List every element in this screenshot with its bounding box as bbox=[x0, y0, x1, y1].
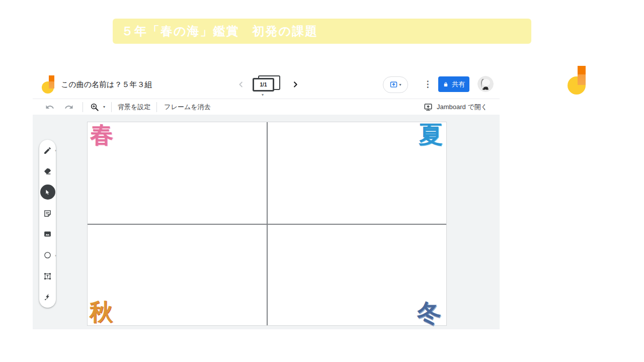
open-in-jamboard-button[interactable]: Jamboard で開く bbox=[424, 103, 488, 112]
whiteboard-frame[interactable]: 春 夏 秋 冬 bbox=[87, 122, 447, 326]
toolbar-divider bbox=[111, 102, 112, 112]
logo-bar bbox=[49, 75, 54, 88]
image-icon bbox=[43, 230, 52, 238]
tool-laser[interactable] bbox=[40, 290, 55, 305]
shape-submenu-caret-icon: › bbox=[55, 253, 56, 257]
tool-shape-circle[interactable]: › bbox=[40, 248, 55, 263]
jamboard-toolbar: ▾ 背景を設定 フレームを消去 Jamboard で開く bbox=[33, 99, 500, 115]
undo-button[interactable] bbox=[45, 103, 54, 112]
tool-text-box[interactable] bbox=[40, 268, 55, 284]
jamboard-canvas: › › bbox=[33, 115, 500, 329]
jamboard-app: この曲の名前は？５年３組 1/1 ▾ ▾ ⋮ 共有 bbox=[33, 70, 500, 329]
quadrant-label-autumn[interactable]: 秋 bbox=[90, 300, 113, 323]
slide-title-banner: ５年「春の海」鑑賞 初発の課題 bbox=[113, 19, 531, 44]
toolbar-divider bbox=[83, 102, 83, 112]
zoom-caret-icon: ▾ bbox=[103, 105, 105, 109]
next-frame-button[interactable] bbox=[290, 79, 301, 90]
frame-counter[interactable]: 1/1 ▾ bbox=[253, 75, 281, 96]
circle-shape-icon bbox=[43, 251, 52, 259]
select-cursor-icon bbox=[44, 189, 51, 196]
present-caret-icon: ▾ bbox=[399, 82, 401, 87]
tool-image[interactable] bbox=[40, 227, 55, 242]
undo-icon bbox=[45, 103, 54, 112]
open-in-jamboard-label: Jamboard で開く bbox=[437, 103, 488, 112]
slide-title: ５年「春の海」鑑賞 初発の課題 bbox=[121, 23, 318, 39]
toolbar-divider bbox=[156, 102, 157, 112]
tool-sticky-note[interactable] bbox=[40, 206, 55, 221]
frame-indicator: 1/1 bbox=[253, 78, 274, 92]
user-avatar[interactable] bbox=[477, 76, 494, 92]
document-title[interactable]: この曲の名前は？５年３組 bbox=[61, 80, 152, 89]
laser-pointer-icon bbox=[43, 293, 52, 301]
share-button-label: 共有 bbox=[452, 80, 465, 89]
sticky-note-icon bbox=[43, 209, 52, 218]
prev-frame-button[interactable] bbox=[235, 79, 247, 90]
zoom-in-magnifier-icon bbox=[90, 103, 99, 112]
grid-horizontal-line bbox=[88, 224, 446, 225]
present-button[interactable]: ▾ bbox=[383, 76, 408, 93]
present-box-arrow-icon bbox=[389, 80, 398, 89]
tool-pen[interactable]: › bbox=[40, 143, 55, 158]
jamboard-header: この曲の名前は？５年３組 1/1 ▾ ▾ ⋮ 共有 bbox=[33, 70, 500, 99]
eraser-icon bbox=[43, 167, 52, 175]
more-options-button[interactable]: ⋮ bbox=[422, 78, 434, 91]
pen-icon bbox=[43, 146, 52, 155]
text-box-icon bbox=[43, 272, 52, 281]
chevron-left-icon bbox=[236, 80, 246, 89]
chevron-right-icon bbox=[291, 80, 300, 89]
share-button[interactable]: 共有 bbox=[438, 76, 469, 92]
tool-sidebar: › › bbox=[39, 140, 56, 308]
pen-submenu-caret-icon: › bbox=[55, 149, 56, 152]
quadrant-label-spring[interactable]: 春 bbox=[90, 123, 113, 146]
tool-eraser[interactable] bbox=[40, 164, 55, 179]
jamboard-logo-large-icon bbox=[568, 66, 586, 95]
redo-icon bbox=[64, 103, 73, 112]
jamboard-logo-icon[interactable] bbox=[42, 75, 55, 94]
quadrant-label-winter[interactable]: 冬 bbox=[417, 301, 441, 325]
slide-page: ５年「春の海」鑑賞 初発の課題 この曲の名前は？５年３組 1/1 ▾ bbox=[0, 0, 644, 362]
frame-expand-caret-icon: ▾ bbox=[262, 93, 264, 97]
lock-icon bbox=[443, 81, 449, 87]
logo-bar bbox=[578, 66, 586, 85]
tool-select[interactable] bbox=[40, 185, 55, 200]
redo-button[interactable] bbox=[64, 103, 73, 112]
clear-frame-button[interactable]: フレームを消去 bbox=[164, 103, 210, 112]
set-background-button[interactable]: 背景を設定 bbox=[118, 103, 150, 112]
open-on-display-icon bbox=[424, 103, 433, 112]
quadrant-label-summer[interactable]: 夏 bbox=[419, 123, 443, 147]
zoom-button[interactable]: ▾ bbox=[90, 103, 105, 112]
avatar-image bbox=[477, 76, 494, 92]
